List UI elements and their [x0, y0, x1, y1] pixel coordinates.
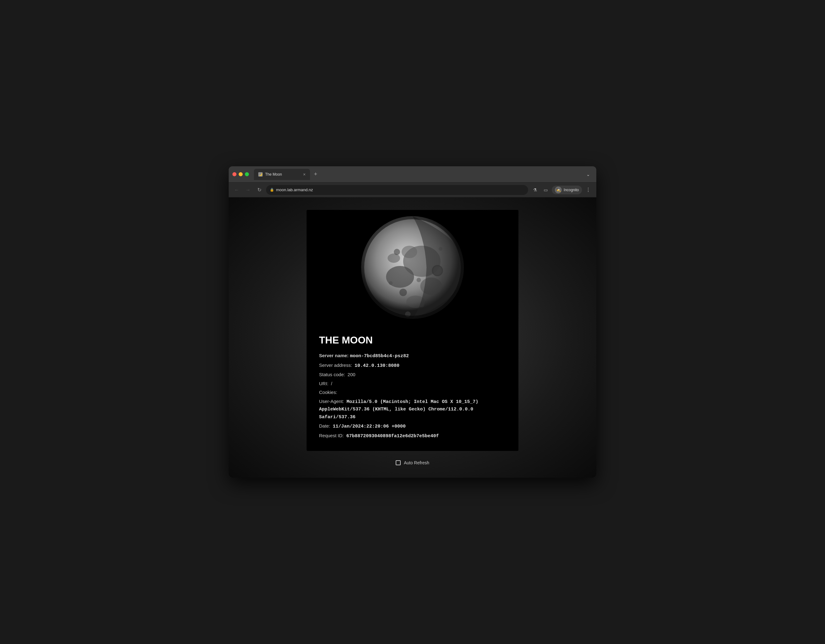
browser-window: 🌙 The Moon × + ⌄ ← → ↻ 🔒 moon.lab.armand… — [229, 166, 596, 478]
tab-title: The Moon — [265, 172, 301, 177]
status-code-line: Status code: 200 — [319, 371, 506, 378]
lock-icon: 🔒 — [270, 188, 274, 192]
auto-refresh-label: Auto Refresh — [404, 460, 429, 465]
card-text: THE MOON Server name: moon-7bcd85b4c4-ps… — [307, 328, 518, 440]
back-icon: ← — [234, 187, 239, 193]
svg-point-16 — [389, 281, 392, 285]
forward-button[interactable]: → — [244, 186, 252, 194]
url-text: moon.lab.armand.nz — [276, 188, 524, 192]
extensions-button[interactable]: ⚗ — [531, 186, 539, 194]
page-title: THE MOON — [319, 334, 506, 346]
page-content: THE MOON Server name: moon-7bcd85b4c4-ps… — [229, 197, 596, 478]
request-id-label: Request ID: — [319, 433, 344, 438]
incognito-button[interactable]: 🕵 Incognito — [552, 186, 582, 194]
incognito-label: Incognito — [564, 188, 579, 192]
content-card: THE MOON Server name: moon-7bcd85b4c4-ps… — [307, 210, 518, 451]
server-name-label: Server name: — [319, 353, 349, 358]
server-address-value: 10.42.0.130:8080 — [355, 363, 399, 368]
back-button[interactable]: ← — [232, 186, 241, 194]
cookies-line: Cookies: — [319, 389, 506, 396]
request-id-line: Request ID: 67b8872093040898fa12e6d2b7e5… — [319, 432, 506, 440]
chevron-down-icon: ⌄ — [586, 172, 590, 177]
cookies-label: Cookies: — [319, 390, 337, 395]
server-address-line: Server address: 10.42.0.130:8080 — [319, 362, 506, 370]
status-code-value: 200 — [348, 372, 355, 377]
incognito-avatar: 🕵 — [555, 186, 562, 193]
title-bar-right: ⌄ — [584, 170, 593, 179]
svg-point-14 — [417, 278, 421, 282]
tab-favicon: 🌙 — [258, 172, 263, 177]
auto-refresh-checkbox[interactable] — [396, 460, 401, 465]
moon-image-container — [307, 210, 518, 328]
request-id-value: 67b8872093040898fa12e6d2b7e5be40f — [346, 433, 439, 439]
svg-point-10 — [399, 289, 407, 296]
traffic-lights — [232, 172, 249, 176]
svg-point-5 — [402, 246, 417, 258]
date-line: Date: 11/Jan/2024:22:20:06 +0000 — [319, 422, 506, 430]
address-bar: ← → ↻ 🔒 moon.lab.armand.nz ⚗ ▭ 🕵 Incogni… — [229, 182, 596, 197]
maximize-button[interactable] — [245, 172, 249, 176]
svg-point-12 — [394, 249, 400, 255]
refresh-icon: ↻ — [257, 187, 261, 193]
address-bar-right: ⚗ ▭ 🕵 Incognito ⋮ — [531, 186, 593, 194]
window-chevron-button[interactable]: ⌄ — [584, 170, 593, 179]
auto-refresh-container: Auto Refresh — [396, 460, 429, 465]
uri-label: URI: — [319, 381, 328, 386]
date-label: Date: — [319, 423, 330, 428]
sidebar-button[interactable]: ▭ — [541, 186, 550, 194]
extensions-icon: ⚗ — [533, 188, 537, 193]
date-value: 11/Jan/2024:22:20:06 +0000 — [333, 424, 406, 429]
uri-line: URI: / — [319, 380, 506, 387]
svg-point-6 — [388, 254, 400, 263]
browser-menu-button[interactable]: ⋮ — [584, 186, 593, 194]
title-bar: 🌙 The Moon × + ⌄ — [229, 166, 596, 182]
forward-icon: → — [246, 187, 250, 193]
refresh-button[interactable]: ↻ — [255, 186, 264, 194]
sidebar-icon: ▭ — [544, 188, 548, 193]
uri-value: / — [331, 381, 332, 386]
minimize-button[interactable] — [239, 172, 243, 176]
status-code-label: Status code: — [319, 372, 345, 377]
server-name-value: moon-7bcd85b4c4-psz82 — [350, 353, 409, 359]
tab-bar: 🌙 The Moon × + — [254, 169, 581, 180]
server-name-line: Server name: moon-7bcd85b4c4-psz82 — [319, 352, 506, 360]
url-bar[interactable]: 🔒 moon.lab.armand.nz — [266, 185, 528, 195]
user-agent-line: User-Agent: Mozilla/5.0 (Macintosh; Inte… — [319, 398, 506, 421]
new-tab-button[interactable]: + — [311, 170, 320, 179]
active-tab[interactable]: 🌙 The Moon × — [254, 169, 310, 180]
incognito-icon: 🕵 — [556, 188, 561, 192]
user-agent-label: User-Agent: — [319, 399, 344, 404]
tab-close-button[interactable]: × — [303, 172, 306, 177]
server-address-label: Server address: — [319, 362, 352, 368]
moon-image — [360, 210, 465, 324]
close-button[interactable] — [232, 172, 236, 176]
